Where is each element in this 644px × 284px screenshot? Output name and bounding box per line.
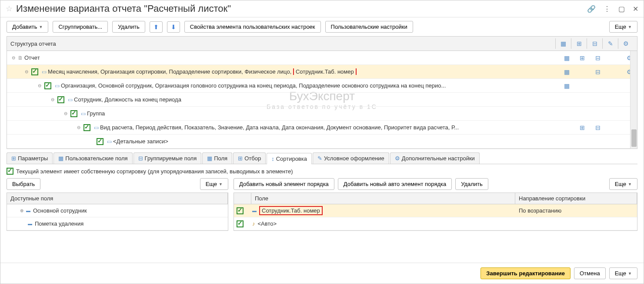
highlighted-sort-field: Сотрудник.Таб. номер [259,206,323,215]
document-icon: 🗎 [17,55,24,61]
structure-header: Структура отчета ▦ ⊞ ⊟ ✎ ⚙ [7,37,637,51]
structure-panel: Структура отчета ▦ ⊞ ⊟ ✎ ⚙ БухЭксперт Ба… [7,36,637,149]
col-icon-1[interactable]: ▦ [555,38,571,49]
right-more-button[interactable]: Еще▼ [609,178,637,190]
expand-icon[interactable]: ⊖ [50,97,56,102]
tree-row-employee[interactable]: ⊖ ▭ Сотрудник, Должность на конец период… [7,93,637,107]
tree-row-report[interactable]: ⊖ 🗎 Отчет ▦⊞⊟⚙ [7,51,637,65]
tab-parameters[interactable]: ⊞Параметры [7,152,53,164]
group-icon: ▭ [79,111,87,117]
more-button[interactable]: Еще▼ [609,21,637,33]
col-icon-4[interactable]: ✎ [602,38,618,49]
add-button[interactable]: Добавить▼ [7,21,48,33]
highlighted-field: Сотрудник.Таб. номер [293,68,357,75]
delete-button[interactable]: Удалить [112,21,145,33]
sort-order-grid: Поле Направление сортировки ▬Сотрудник.Т… [234,193,637,231]
arrow-up-icon: ⬆ [153,24,159,30]
group-icon: ▭ [53,83,61,89]
scrollbar[interactable] [630,51,637,149]
checkbox[interactable] [237,220,244,227]
tab-fields[interactable]: ▦Поля [202,152,232,164]
group-button[interactable]: Сгруппировать... [53,21,108,33]
checkbox[interactable] [83,124,90,131]
available-fields-grid: Доступные поля ⊕▬Основной сотрудник ▬Пом… [7,193,228,231]
left-more-button[interactable]: Еще▼ [200,178,228,190]
window: ☆ Изменение варианта отчета "Расчетный л… [0,0,644,284]
link-icon[interactable]: 🔗 [587,5,596,13]
expand-icon[interactable]: ⊖ [23,69,30,74]
finish-editing-button[interactable]: Завершить редактирование [480,267,571,279]
arrow-down-icon: ⬇ [171,24,176,30]
own-sort-row: Текущий элемент имеет собственную сортир… [0,164,644,178]
tab-user-fields[interactable]: ▦Пользовательские поля [53,152,132,164]
list-item[interactable]: ⊕▬Основной сотрудник [7,204,228,217]
delete-order-button[interactable]: Удалить [455,178,488,190]
expand-icon[interactable]: ⊖ [37,83,43,88]
user-settings-button[interactable]: Пользовательские настройки [325,21,413,33]
checkbox[interactable] [57,96,64,103]
tree-row-month[interactable]: ⊖ ▭ Месяц начисления, Организация сортир… [7,65,637,79]
sort-order-panel: Добавить новый элемент порядка Добавить … [234,178,637,231]
select-button[interactable]: Выбрать [7,178,40,190]
checkbox[interactable] [70,110,77,117]
tree-row-details[interactable]: ▭ <Детальные записи> [7,135,637,149]
tab-filter[interactable]: ⊞Отбор [233,152,266,164]
move-down-button[interactable]: ⬇ [167,21,180,33]
menu-icon[interactable]: ⋮ [604,5,611,13]
cancel-button[interactable]: Отмена [574,267,606,279]
col-field: Поле [251,193,515,204]
available-fields-header: Доступные поля [7,193,228,204]
main-toolbar: Добавить▼ Сгруппировать... Удалить ⬆ ⬇ С… [0,17,644,36]
group-icon: ▭ [92,125,100,131]
tabs: ⊞Параметры ▦Пользовательские поля ⊟Групп… [7,152,637,164]
tree-row-group[interactable]: ⊖ ▭ Группа [7,107,637,121]
expand-icon[interactable]: ⊖ [10,55,17,60]
move-up-button[interactable]: ⬆ [150,21,163,33]
structure-tree: БухЭксперт База ответов по учёту в 1С ⊖ … [7,51,637,149]
group-icon: ▭ [66,97,74,103]
col-icon-5[interactable]: ⚙ [618,38,634,49]
col-icon-3[interactable]: ⊟ [587,38,602,49]
field-icon: ▬ [26,208,30,213]
checkbox[interactable] [97,138,103,145]
tab-group-fields[interactable]: ⊟Группируемые поля [133,152,202,164]
tab-additional[interactable]: ⚙Дополнительные настройки [390,152,480,164]
maximize-icon[interactable]: ▢ [618,5,625,13]
field-icon: ▬ [28,221,32,226]
add-auto-order-button[interactable]: Добавить новый авто элемент порядка [338,178,452,190]
col-direction: Направление сортировки [515,193,637,204]
checkbox[interactable] [44,82,51,89]
checkbox[interactable] [31,68,38,75]
footer: Завершить редактирование Отмена Еще▼ [0,263,644,284]
available-fields-panel: Выбрать Еще▼ Доступные поля ⊕▬Основной с… [7,178,228,231]
tree-row-calc[interactable]: ⊖ ▭ Вид расчета, Период действия, Показа… [7,121,637,135]
field-icon: ▬ [252,208,257,213]
window-title: Изменение варианта отчета "Расчетный лис… [16,3,587,14]
favorite-star-icon[interactable]: ☆ [6,4,13,14]
auto-icon: ♪ [252,220,255,227]
sort-row[interactable]: ♪<Авто> [234,217,637,230]
expand-icon[interactable]: ⊖ [76,125,82,130]
tree-row-org[interactable]: ⊖ ▭ Организация, Основной сотрудник, Орг… [7,79,637,93]
col-icon-2[interactable]: ⊞ [571,38,587,49]
close-icon[interactable]: ✕ [633,5,638,13]
titlebar: ☆ Изменение варианта отчета "Расчетный л… [0,0,644,17]
sort-row[interactable]: ▬Сотрудник.Таб. номер По возрастанию [234,204,637,217]
tab-sort[interactable]: ↕Сортировка [267,153,312,164]
footer-more-button[interactable]: Еще▼ [609,267,637,279]
sort-panels: Выбрать Еще▼ Доступные поля ⊕▬Основной с… [0,178,644,231]
expand-icon[interactable]: ⊖ [63,111,69,116]
checkbox[interactable] [237,207,244,214]
own-sort-checkbox[interactable] [7,168,13,175]
group-icon: ▭ [40,69,48,75]
tab-conditional[interactable]: ✎Условное оформление [313,152,389,164]
list-item[interactable]: ▬Пометка удаления [7,217,228,230]
group-icon: ▭ [105,139,113,145]
add-order-element-button[interactable]: Добавить новый элемент порядка [234,178,334,190]
element-properties-button[interactable]: Свойства элемента пользовательских настр… [184,21,321,33]
